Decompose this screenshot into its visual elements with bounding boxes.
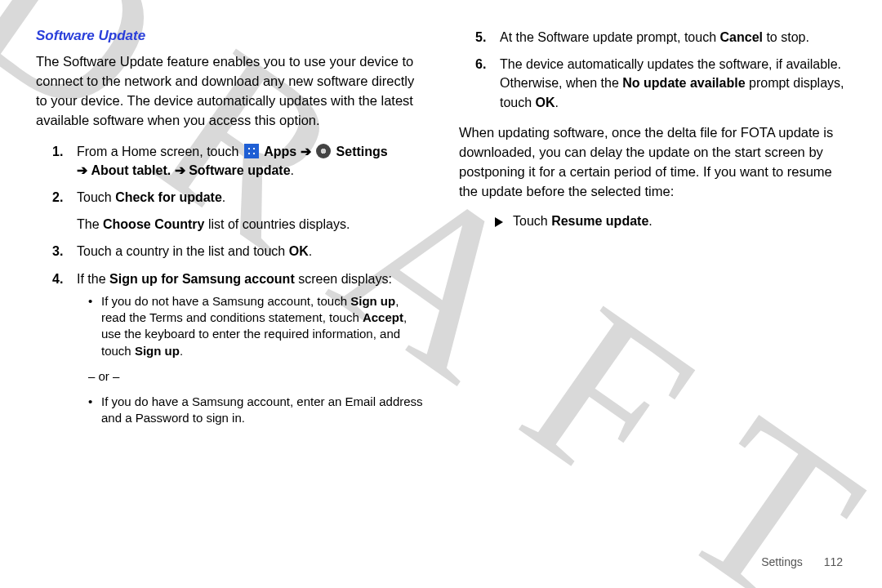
- b1-a: If you do not have a Samsung account, to…: [101, 294, 350, 308]
- b1-d: Accept: [363, 310, 403, 324]
- bullet-no-account: If you do not have a Samsung account, to…: [88, 293, 423, 359]
- step-4-bullets-2: If you do have a Samsung account, enter …: [88, 394, 423, 427]
- resume-paragraph: When updating software, once the delta f…: [459, 123, 846, 202]
- step-2-sub-b: Choose Country: [103, 217, 204, 231]
- step-2-sub: The Choose Country list of countries dis…: [77, 215, 423, 234]
- s6-d: OK: [536, 96, 555, 109]
- step-1-sw-label: Software update: [189, 163, 290, 177]
- steps-list-left-cont: Touch a country in the list and touch OK…: [36, 242, 423, 426]
- s5-a: At the Software update prompt, touch: [500, 30, 720, 44]
- step-1-apps-label: Apps: [264, 145, 296, 158]
- step-4-b: Sign up for Samsung account: [109, 272, 295, 286]
- arrow-icon: ➔: [77, 163, 87, 177]
- steps-list-right: At the Software update prompt, touch Can…: [459, 28, 846, 112]
- resume-c: .: [648, 214, 652, 228]
- b1-f: Sign up: [135, 344, 180, 358]
- step-4-bullets: If you do not have a Samsung account, to…: [88, 293, 423, 359]
- step-4: If the Sign up for Samsung account scree…: [72, 270, 423, 426]
- step-4-c: screen displays:: [295, 272, 392, 286]
- right-column: At the Software update prompt, touch Can…: [441, 28, 846, 572]
- step-2-sub-a: The: [77, 217, 103, 231]
- step-2: Touch Check for update.: [72, 188, 423, 207]
- section-heading: Software Update: [36, 28, 423, 44]
- step-3-c: .: [309, 244, 312, 258]
- arrow-icon: ➔: [175, 163, 185, 177]
- step-1-about-label: About tablet.: [91, 163, 171, 177]
- left-column: Software Update The Software Update feat…: [36, 28, 441, 572]
- s5-b: Cancel: [720, 30, 763, 44]
- b1-g: .: [180, 344, 183, 358]
- or-divider: – or –: [88, 368, 423, 385]
- step-1: From a Home screen, touch Apps ➔ Setting…: [72, 142, 423, 180]
- steps-list-left: From a Home screen, touch Apps ➔ Setting…: [36, 142, 423, 207]
- resume-action: Touch Resume update.: [495, 214, 846, 229]
- step-6: The device automatically updates the sof…: [495, 55, 846, 112]
- step-3-b: OK: [289, 244, 309, 258]
- resume-a: Touch: [513, 214, 551, 228]
- resume-b: Resume update: [551, 214, 648, 228]
- step-1-settings-label: Settings: [336, 145, 388, 158]
- step-3-a: Touch a country in the list and touch: [77, 244, 289, 258]
- step-2-b: Check for update: [115, 190, 222, 204]
- apps-icon: [244, 144, 259, 158]
- step-1-text-a: From a Home screen, touch: [77, 145, 243, 158]
- s6-e: .: [555, 96, 559, 109]
- b1-b: Sign up: [350, 294, 395, 308]
- step-5: At the Software update prompt, touch Can…: [495, 28, 846, 47]
- s6-b: No update available: [622, 76, 745, 90]
- settings-icon: [316, 144, 331, 158]
- step-3: Touch a country in the list and touch OK…: [72, 242, 423, 261]
- step-2-a: Touch: [77, 190, 115, 204]
- step-1-end: .: [291, 163, 294, 177]
- page-body: Software Update The Software Update feat…: [0, 0, 882, 588]
- step-4-a: If the: [77, 272, 109, 286]
- arrow-icon: ➔: [301, 145, 311, 158]
- s5-c: to stop.: [763, 30, 809, 44]
- step-2-sub-c: list of countries displays.: [204, 217, 350, 231]
- step-2-c: .: [222, 190, 225, 204]
- bullet-have-account: If you do have a Samsung account, enter …: [88, 394, 423, 427]
- intro-paragraph: The Software Update feature enables you …: [36, 52, 423, 131]
